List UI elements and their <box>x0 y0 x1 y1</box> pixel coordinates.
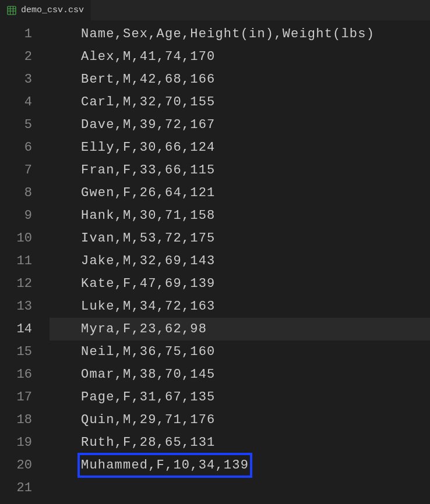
line-number: 15 <box>0 340 32 363</box>
code-line[interactable]: Alex,M,41,74,170 <box>50 45 430 68</box>
line-number: 12 <box>0 272 32 295</box>
code-line[interactable]: Ruth,F,28,65,131 <box>50 431 430 454</box>
line-number: 13 <box>0 295 32 318</box>
code-line[interactable]: Muhammed,F,10,34,139 <box>50 454 430 477</box>
editor-area[interactable]: 123456789101112131415161718192021 Name,S… <box>0 20 430 504</box>
code-line[interactable]: Hank,M,30,71,158 <box>50 204 430 227</box>
code-line[interactable]: Jake,M,32,69,143 <box>50 250 430 272</box>
line-number: 3 <box>0 68 32 91</box>
line-number: 10 <box>0 227 32 250</box>
tab-filename: demo_csv.csv <box>21 5 84 15</box>
code-line[interactable]: Name,Sex,Age,Height(in),Weight(lbs) <box>50 23 430 45</box>
code-line[interactable]: Elly,F,30,66,124 <box>50 136 430 159</box>
code-line[interactable]: Myra,F,23,62,98 <box>50 318 430 340</box>
line-number: 14 <box>0 318 32 340</box>
code-line[interactable]: Fran,F,33,66,115 <box>50 159 430 182</box>
svg-rect-0 <box>8 6 16 15</box>
line-number: 21 <box>0 477 32 499</box>
tab-bar: demo_csv.csv <box>0 0 430 20</box>
line-number: 9 <box>0 204 32 227</box>
code-line[interactable]: Ivan,M,53,72,175 <box>50 227 430 250</box>
code-line[interactable]: Dave,M,39,72,167 <box>50 113 430 136</box>
line-number: 19 <box>0 431 32 454</box>
line-number: 16 <box>0 363 32 386</box>
code-line[interactable]: Page,F,31,67,135 <box>50 386 430 409</box>
line-number: 4 <box>0 91 32 113</box>
line-number: 8 <box>0 182 32 204</box>
code-line[interactable] <box>50 477 430 499</box>
line-number: 20 <box>0 454 32 477</box>
code-line[interactable]: Gwen,F,26,64,121 <box>50 182 430 204</box>
line-number: 5 <box>0 113 32 136</box>
code-line[interactable]: Neil,M,36,75,160 <box>50 340 430 363</box>
file-tab[interactable]: demo_csv.csv <box>0 0 91 20</box>
code-line[interactable]: Luke,M,34,72,163 <box>50 295 430 318</box>
code-line[interactable]: Quin,M,29,71,176 <box>50 409 430 431</box>
line-number: 1 <box>0 23 32 45</box>
line-number: 17 <box>0 386 32 409</box>
line-number: 11 <box>0 250 32 272</box>
line-number-gutter: 123456789101112131415161718192021 <box>0 23 50 504</box>
code-line[interactable]: Omar,M,38,70,145 <box>50 363 430 386</box>
code-line[interactable]: Bert,M,42,68,166 <box>50 68 430 91</box>
code-line[interactable]: Kate,F,47,69,139 <box>50 272 430 295</box>
line-number: 7 <box>0 159 32 182</box>
code-content-area[interactable]: Name,Sex,Age,Height(in),Weight(lbs)Alex,… <box>50 23 430 504</box>
line-number: 18 <box>0 409 32 431</box>
code-line[interactable]: Carl,M,32,70,155 <box>50 91 430 113</box>
line-number: 6 <box>0 136 32 159</box>
csv-file-icon <box>7 6 16 15</box>
line-number: 2 <box>0 45 32 68</box>
